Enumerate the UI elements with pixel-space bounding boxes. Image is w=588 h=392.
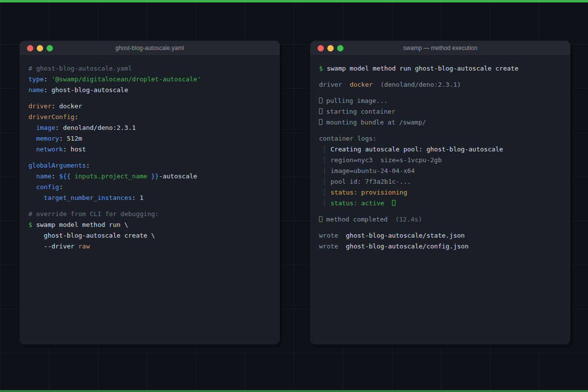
traffic-lights xyxy=(27,41,53,55)
code-segment xyxy=(28,146,36,153)
code-segment xyxy=(319,167,323,174)
code-segment: 1 xyxy=(140,194,144,201)
code-segment: docker xyxy=(59,102,82,110)
code-segment: : xyxy=(132,194,140,201)
code-segment: config xyxy=(36,183,59,191)
code-segment: network xyxy=(36,146,63,153)
code-segment: : xyxy=(51,102,59,110)
code-segment xyxy=(319,178,323,185)
zoom-button[interactable] xyxy=(47,45,53,51)
terminal-line: │ Creating autoscale pool: ghost-blog-au… xyxy=(319,144,563,155)
yaml-code-line: driver: docker xyxy=(28,101,272,112)
code-segment: : xyxy=(44,75,51,83)
yaml-window-titlebar[interactable]: ghost-blog-autoscale.yaml xyxy=(20,41,280,56)
close-button[interactable] xyxy=(27,45,33,51)
code-segment: │ xyxy=(323,199,327,207)
code-segment xyxy=(28,183,36,191)
bottom-accent-bar xyxy=(0,390,588,392)
code-segment: Creating autoscale pool: ghost-blog-auto… xyxy=(330,146,503,153)
yaml-code-line: --driver raw xyxy=(28,241,272,252)
code-segment: wrote xyxy=(319,243,338,250)
code-segment: name xyxy=(36,172,51,180)
pulling-glyph-icon xyxy=(319,98,322,103)
yaml-code-line: memory: 512m xyxy=(28,133,272,144)
code-segment: container logs: xyxy=(319,135,376,142)
code-segment: (12.4s) xyxy=(388,216,422,223)
code-segment: swamp model method run ghost-blog-autosc… xyxy=(323,65,518,72)
yaml-code-line: type: '@swamp/digitalocean/droplet-autos… xyxy=(28,74,272,85)
code-segment: denoland/deno:2.3.1 xyxy=(63,124,136,131)
code-segment: driver xyxy=(28,102,51,110)
terminal-output-area[interactable]: $ swamp model method run ghost-blog-auto… xyxy=(310,56,570,259)
code-segment: target_number_instances xyxy=(44,194,132,201)
code-segment: host xyxy=(71,146,86,153)
terminal-line: $ swamp model method run ghost-blog-auto… xyxy=(319,63,563,74)
yaml-editor-window: ghost-blog-autoscale.yaml # ghost-blog-a… xyxy=(20,41,280,344)
code-segment xyxy=(28,172,36,180)
code-segment: globalArguments xyxy=(28,162,86,169)
code-segment: pool id: 7f3a2b1c-... xyxy=(330,178,411,185)
code-segment: starting container xyxy=(322,108,395,115)
code-segment: --driver xyxy=(28,243,78,250)
terminal-line: starting container xyxy=(319,106,563,117)
terminal-line: │ status: provisioning xyxy=(319,187,563,198)
code-segment: type xyxy=(28,75,44,83)
yaml-code-line: target_number_instances: 1 xyxy=(28,193,272,203)
traffic-lights xyxy=(318,41,343,55)
code-segment: : xyxy=(51,172,59,180)
code-segment: ghost-blog-autoscale create \ xyxy=(28,232,155,239)
terminal-line: │ status: active xyxy=(319,198,563,209)
terminal-line: │ pool id: 7f3a2b1c-... xyxy=(319,176,563,187)
yaml-code-line: ghost-blog-autoscale create \ xyxy=(28,230,272,241)
yaml-code-line: config: xyxy=(28,182,272,193)
code-segment: │ xyxy=(323,146,327,153)
yaml-code-area[interactable]: # ghost-blog-autoscale.yamltype: '@swamp… xyxy=(20,56,280,259)
code-segment: │ xyxy=(323,189,327,196)
code-segment xyxy=(319,199,323,207)
code-segment xyxy=(28,194,44,201)
terminal-line: method completed (12.4s) xyxy=(319,214,563,225)
code-segment: ${{ xyxy=(59,172,74,180)
code-segment: docker xyxy=(350,81,373,88)
code-segment: image xyxy=(36,124,55,131)
completed-glyph-icon xyxy=(319,216,322,222)
yaml-code-line: # override from CLI for debugging: xyxy=(28,209,272,220)
code-segment: # ghost-blog-autoscale.yaml xyxy=(28,65,132,72)
code-segment: wrote xyxy=(319,232,338,239)
yaml-code-line: network: host xyxy=(28,144,272,155)
code-segment: }} xyxy=(147,172,159,180)
code-segment: │ xyxy=(323,156,327,164)
starting-glyph-icon xyxy=(319,108,322,114)
code-segment xyxy=(28,135,36,142)
code-segment: memory xyxy=(36,135,59,142)
code-segment: method completed xyxy=(322,216,388,223)
code-segment xyxy=(28,124,36,131)
code-segment: swamp model method run \ xyxy=(32,221,128,228)
code-segment: : xyxy=(44,86,51,94)
code-segment: $ xyxy=(319,65,323,72)
yaml-code-line: # ghost-blog-autoscale.yaml xyxy=(28,63,272,74)
terminal-window: swamp — method execution $ swamp model m… xyxy=(310,41,570,344)
terminal-window-titlebar[interactable]: swamp — method execution xyxy=(310,41,570,56)
code-segment: ghost-blog-autoscale/config.json xyxy=(338,243,468,250)
code-segment: driver xyxy=(319,81,350,88)
code-segment xyxy=(384,199,392,207)
zoom-button[interactable] xyxy=(337,45,343,51)
code-segment: # override from CLI for debugging: xyxy=(28,210,159,218)
code-segment xyxy=(319,189,323,196)
code-segment xyxy=(319,156,323,164)
code-segment: (denoland/deno:2.3.1) xyxy=(373,81,461,88)
yaml-code-line: image: denoland/deno:2.3.1 xyxy=(28,122,272,133)
code-segment: │ xyxy=(323,178,327,185)
code-segment: status: provisioning xyxy=(330,189,407,196)
terminal-line: container logs: xyxy=(319,133,563,144)
terminal-line: │ region=nyc3 size=s-1vcpu-2gb xyxy=(319,155,563,166)
close-button[interactable] xyxy=(318,45,324,51)
minimize-button[interactable] xyxy=(37,45,43,51)
code-segment: '@swamp/digitalocean/droplet-autoscale' xyxy=(51,75,201,83)
code-segment: : xyxy=(59,135,67,142)
minimize-button[interactable] xyxy=(327,45,334,51)
code-segment: region=nyc3 size=s-1vcpu-2gb xyxy=(330,156,441,164)
code-segment: name xyxy=(28,86,44,94)
code-segment: pulling image... xyxy=(322,97,388,104)
